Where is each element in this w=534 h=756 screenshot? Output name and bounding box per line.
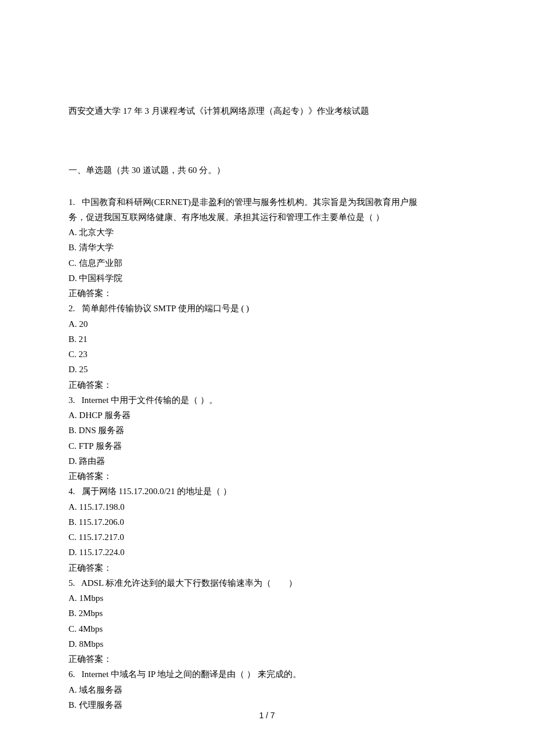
question-option: D. 25 [68, 362, 466, 377]
question-option: B. 21 [68, 332, 466, 347]
question-option: B. 115.17.206.0 [68, 514, 466, 530]
question-option: C. 23 [68, 347, 466, 362]
document-title: 西安交通大学 17 年 3 月课程考试《计算机网络原理（高起专）》作业考核试题 [68, 103, 466, 118]
answer-label: 正确答案： [68, 377, 466, 393]
question-option: B. 2Mbps [68, 606, 466, 621]
question-option: D. 路由器 [68, 453, 466, 469]
question-stem: 务，促进我国互联网络健康、有序地发展。承担其运行和管理工作主要单位是（ ） [68, 210, 466, 225]
question-option: A. 20 [68, 316, 466, 332]
question-stem: 4. 属于网络 115.17.200.0/21 的地址是（ ） [68, 484, 466, 499]
question-stem: 1. 中国教育和科研网(CERNET)是非盈利的管理与服务性机构。其宗旨是为我国… [68, 195, 466, 210]
page-number: 1 / 7 [0, 708, 534, 723]
question-option: C. FTP 服务器 [68, 438, 466, 453]
question-option: A. 北京大学 [68, 225, 466, 240]
question-option: A. 115.17.198.0 [68, 499, 466, 514]
question-option: D. 中国科学院 [68, 271, 466, 286]
question-option: D. 8Mbps [68, 636, 466, 651]
question-option: B. DNS 服务器 [68, 423, 466, 438]
question-option: C. 信息产业部 [68, 255, 466, 271]
question-option: C. 4Mbps [68, 621, 466, 636]
question-option: A. 1Mbps [68, 591, 466, 606]
questions-container: 1. 中国教育和科研网(CERNET)是非盈利的管理与服务性机构。其宗旨是为我国… [68, 195, 466, 713]
answer-label: 正确答案： [68, 286, 466, 301]
question-option: B. 清华大学 [68, 240, 466, 255]
question-option: A. DHCP 服务器 [68, 408, 466, 423]
section-header: 一、单选题（共 30 道试题，共 60 分。） [68, 163, 466, 178]
question-option: D. 115.17.224.0 [68, 545, 466, 560]
answer-label: 正确答案： [68, 560, 466, 575]
question-option: C. 115.17.217.0 [68, 530, 466, 545]
question-stem: 2. 简单邮件传输协议 SMTP 使用的端口号是 ( ) [68, 301, 466, 316]
question-stem: 3. Internet 中用于文件传输的是（ ）。 [68, 393, 466, 408]
question-stem: 6. Internet 中域名与 IP 地址之间的翻译是由（ ） 来完成的。 [68, 667, 466, 682]
question-stem: 5. ADSL 标准允许达到的最大下行数据传输速率为（ ） [68, 575, 466, 591]
answer-label: 正确答案： [68, 469, 466, 484]
answer-label: 正确答案： [68, 651, 466, 667]
question-option: A. 域名服务器 [68, 682, 466, 697]
